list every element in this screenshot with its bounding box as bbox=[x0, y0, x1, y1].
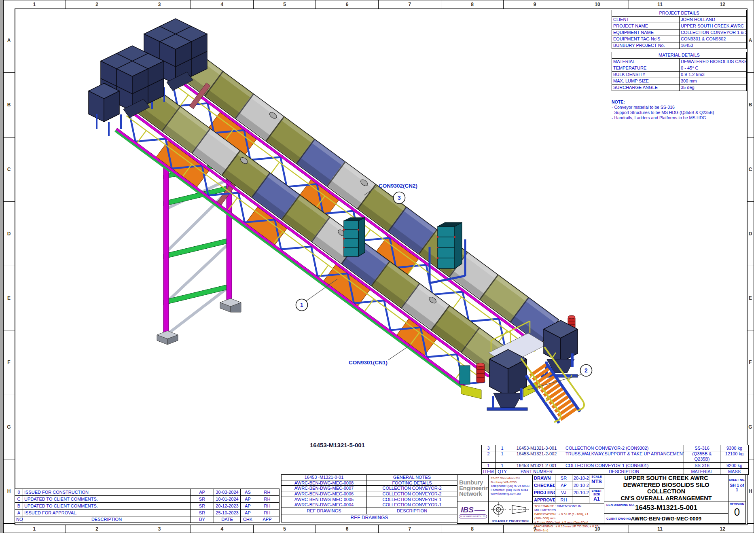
grid-col-4: 4 bbox=[191, 0, 254, 8]
note-block: NOTE: - Conveyor material to be SS-316 -… bbox=[612, 99, 745, 121]
grid-col-2: 2 bbox=[66, 525, 129, 533]
company-logo: Bunbury Engineering Network bbox=[457, 474, 489, 501]
sheet-size-cell: SHEET SIZE A1 bbox=[589, 489, 604, 503]
grid-band-left: A B C D E F G H bbox=[3, 8, 15, 524]
tolerance-block: TOLERANCE : DIMENSIONS IN MILLIMETERS FA… bbox=[532, 503, 604, 524]
grid-col-2: 2 bbox=[66, 0, 129, 8]
grid-col-1: 1 bbox=[3, 525, 66, 533]
grid-row-B: B bbox=[3, 73, 15, 137]
grid-col-5: 5 bbox=[254, 0, 316, 8]
grid-col-8: 8 bbox=[441, 0, 504, 8]
title-line: DEWATERED BIOSOLIDS SILO COLLECTION bbox=[604, 482, 728, 495]
table-row: AWRC-BEN-DWG-MEC-0004COLLECTION CONVEYOR… bbox=[282, 502, 457, 508]
grid-col-6: 6 bbox=[316, 525, 379, 533]
table-row: AISSUED FOR APPROVAL. SR25-10-2023 APRH bbox=[15, 510, 280, 516]
note-line: - Conveyor material to be SS-316 bbox=[612, 105, 745, 110]
table-header-row: REF DRAWINGSDESCRIPTION bbox=[282, 508, 457, 514]
grid-band-top: 1 2 3 4 5 6 7 8 9 10 11 12 bbox=[3, 0, 754, 8]
view-caption: 16453-M1321-5-001 bbox=[305, 442, 369, 449]
table-footer-row: REF DRAWINGS bbox=[282, 514, 457, 522]
bom-table: 31 16453-M1321-3-001COLLECTION CONVEYOR-… bbox=[481, 445, 749, 475]
revision-cell: REVISION 0 bbox=[728, 501, 746, 524]
client-dwg-cell: CLIENT DWG NO. AWRC-BEN-DWG-MEC-0009 bbox=[604, 513, 728, 524]
project-details-table: PROJECT DETAILS CLIENTJOHN HOLLAND PROJE… bbox=[612, 10, 747, 49]
grid-col-12: 12 bbox=[691, 525, 754, 533]
table-header-row: ITEMQTY PART NUMBERDESCRIPTION MATERIALM… bbox=[482, 469, 749, 475]
table-row: 16453 -M1321-0-01GENERAL NOTES bbox=[282, 475, 457, 480]
material-details-table: MATERIAL DETAILS MATERIALDEWATERED BIOSO… bbox=[612, 52, 747, 91]
table-row: 0ISSUED FOR CONSTRUCTION AP30-03-2024 AS… bbox=[15, 489, 280, 496]
sheet-no-cell: SHEET NO. SH 1 of 1 bbox=[728, 474, 746, 501]
grid-col-3: 3 bbox=[128, 525, 191, 533]
ibs-sub-badge: BULK HANDLING PTY LTD bbox=[459, 514, 487, 518]
grid-row-A: A bbox=[3, 8, 15, 73]
grid-row-F: F bbox=[747, 330, 754, 395]
grid-row-A: A bbox=[747, 8, 754, 73]
grid-row-D: D bbox=[3, 202, 15, 266]
third-angle-projection-icon bbox=[489, 501, 532, 518]
ref-drawings-table: 16453 -M1321-0-01GENERAL NOTES AWRC-BEN-… bbox=[281, 474, 457, 522]
grid-row-G: G bbox=[3, 395, 15, 459]
table-row: APPROVEDRH bbox=[533, 497, 590, 504]
approval-table: DRAWNSR20-10-2023 CHECKEDAP20-10-2023 PR… bbox=[532, 474, 590, 504]
table-row: BUPDATED TO CLIENT COMMENTS. SR20-12-202… bbox=[15, 503, 280, 510]
grid-col-8: 8 bbox=[441, 525, 504, 533]
company-address: 25-27 Shanahan Rd Bunbury WA 6230 Teleph… bbox=[488, 474, 532, 501]
grid-row-E: E bbox=[3, 266, 15, 330]
table-row: CHECKEDAP20-10-2023 bbox=[533, 482, 590, 489]
ben-dwg-cell: BEN DRAWING NO. 16453-M1321-5-001 bbox=[604, 501, 728, 514]
table-title: MATERIAL DETAILS bbox=[612, 52, 747, 59]
grid-col-4: 4 bbox=[191, 525, 254, 533]
grid-row-H: H bbox=[3, 459, 15, 524]
scale-cell: SCALE NTS bbox=[589, 474, 604, 489]
grid-col-6: 6 bbox=[316, 0, 379, 8]
grid-row-F: F bbox=[3, 330, 15, 395]
table-row: AWRC-BEN-DWG-MEC-0008FOOTING DETAILS bbox=[282, 480, 457, 486]
note-line: - Handrails, Ladders and Platforms to be… bbox=[612, 115, 745, 121]
drawing-sheet: 1 2 3 4 5 6 7 8 9 10 11 12 1 2 3 4 5 6 7… bbox=[0, 0, 756, 533]
table-row: AWRC-BEN-DWG-MEC-0007COLLECTION CONVEYOR… bbox=[282, 486, 457, 491]
grid-col-5: 5 bbox=[254, 525, 316, 533]
grid-col-7: 7 bbox=[379, 0, 441, 8]
grid-col-12: 12 bbox=[691, 0, 754, 8]
title-line: CN'S OVERALL ARRANGEMENT bbox=[621, 495, 712, 501]
table-row: 31 16453-M1321-3-001COLLECTION CONVEYOR-… bbox=[482, 445, 749, 451]
grid-col-11: 11 bbox=[629, 0, 692, 8]
grid-col-3: 3 bbox=[128, 0, 191, 8]
grid-col-9: 9 bbox=[504, 0, 566, 8]
table-header-row: NO.DESCRIPTION BYDATE CHKAPP bbox=[15, 516, 280, 523]
grid-col-10: 10 bbox=[566, 0, 629, 8]
table-row: 21 16453-M1321-2-002TRUSS,WALKWAY,SUPPOR… bbox=[482, 451, 749, 463]
title-line: UPPER SOUTH CREEK AWRC bbox=[624, 475, 708, 481]
grid-col-7: 7 bbox=[379, 525, 441, 533]
table-row: CUPDATED TO CLIENT COMMENTS. SR10-01-202… bbox=[15, 496, 280, 503]
ibs-logo: IBS BULK HANDLING PTY LTD bbox=[457, 501, 489, 524]
grid-band-bottom: 1 2 3 4 5 6 7 8 9 10 11 12 bbox=[3, 525, 754, 533]
grid-row-C: C bbox=[3, 137, 15, 202]
grid-row-E: E bbox=[747, 266, 754, 330]
grid-col-11: 11 bbox=[629, 525, 692, 533]
viewer-left-edge bbox=[0, 0, 3, 533]
revision-table: 0ISSUED FOR CONSTRUCTION AP30-03-2024 AS… bbox=[15, 489, 280, 523]
grid-row-D: D bbox=[747, 202, 754, 266]
projection-symbol: 3rd ANGLE PROJECTION bbox=[488, 501, 532, 524]
table-row: PROJ ENGVJ20-10-2023 bbox=[533, 489, 590, 497]
note-title: NOTE: bbox=[612, 99, 745, 105]
table-row: AWRC-BEN-DWG-MEC-0005COLLECTION CONVEYOR… bbox=[282, 497, 457, 502]
table-row: 11 16453-M1321-2-001COLLECTION CONVEYOR-… bbox=[482, 463, 749, 469]
grid-row-C: C bbox=[747, 137, 754, 202]
table-title: PROJECT DETAILS bbox=[612, 10, 747, 17]
grid-col-1: 1 bbox=[3, 0, 66, 8]
grid-row-B: B bbox=[747, 73, 754, 137]
table-row: AWRC-BEN-DWG-MEC-0006COLLECTION CONVEYOR… bbox=[282, 491, 457, 497]
title-cell: UPPER SOUTH CREEK AWRC DEWATERED BIOSOLI… bbox=[604, 474, 728, 501]
note-line: - Support Structures to be MS HDG (Q355B… bbox=[612, 110, 745, 115]
table-row: DRAWNSR20-10-2023 bbox=[533, 475, 590, 482]
